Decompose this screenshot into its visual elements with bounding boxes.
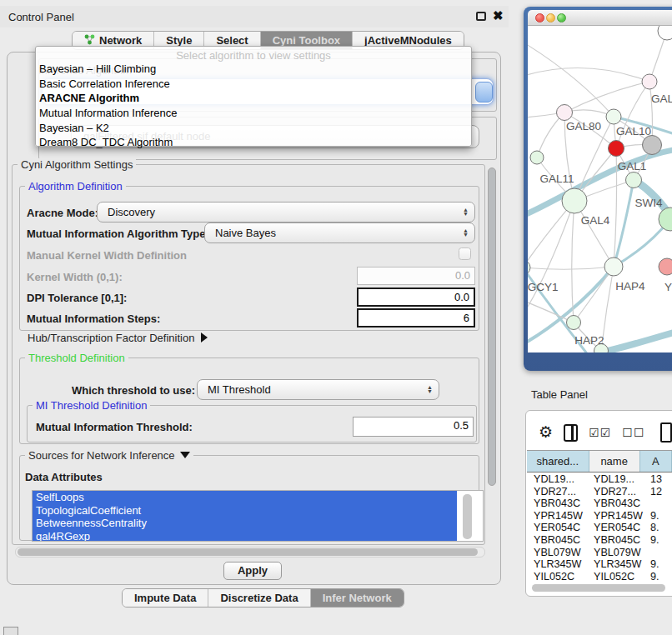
apply-button[interactable]: Apply [223, 562, 282, 580]
bottom-tab-impute-data[interactable]: Impute Data [123, 589, 208, 607]
column-layout-icon[interactable] [564, 424, 578, 442]
network-canvas[interactable]: GALGAL80GAL10GAL1GAL11SWI4GAL4GCY1HAP4YH… [528, 26, 672, 352]
network-node[interactable] [643, 136, 662, 155]
table-row[interactable]: YER054CYER054C8. [527, 522, 672, 534]
table-row[interactable]: YDL19...YDL19...13 [527, 473, 672, 486]
network-node[interactable] [659, 258, 672, 275]
table-column-header[interactable]: name [589, 451, 640, 472]
table-row[interactable]: YBR043CYBR043C [527, 498, 672, 510]
network-node[interactable] [626, 172, 642, 188]
network-edge[interactable] [528, 201, 574, 313]
table-cell: 8. [645, 522, 672, 534]
table-row[interactable]: YBR045CYBR045C9. [527, 534, 672, 547]
file-icon[interactable] [660, 422, 672, 442]
network-edge[interactable] [601, 331, 672, 352]
data-attributes-list[interactable]: SelfLoopsTopologicalCoefficientBetweenne… [32, 490, 484, 542]
network-window-titlebar[interactable] [528, 10, 672, 26]
bottom-tab-infer-network[interactable]: Infer Network [311, 589, 404, 607]
table-hscrollbar-thumb[interactable] [532, 584, 665, 592]
settings-hscrollbar-track[interactable] [15, 547, 485, 558]
network-node-label: GAL4 [581, 214, 610, 227]
attribute-list-item[interactable]: gal4RGexp [33, 530, 457, 542]
algorithm-definition-title: Algorithm Definition [25, 180, 126, 192]
dropdown-option[interactable]: Dream8 DC_TDC Algorithm [36, 135, 471, 150]
table-row[interactable]: YDR27...YDR27...12 [527, 486, 672, 498]
network-node[interactable] [604, 258, 623, 276]
network-edge[interactable] [528, 42, 614, 117]
combo-spinner-icon: ▲▼ [463, 208, 469, 216]
network-edge[interactable] [528, 267, 614, 269]
network-edge[interactable] [528, 68, 649, 82]
control-panel-titlebar: Control Panel ✖ [0, 6, 509, 28]
network-node[interactable] [562, 188, 587, 213]
mi-threshold-label: Mutual Information Threshold: [36, 421, 193, 433]
table-row[interactable]: YLR345WYLR345W9. [527, 558, 672, 571]
dropdown-option[interactable]: Mutual Information Inference [36, 106, 471, 121]
combo-spinner-icon[interactable] [475, 82, 493, 102]
float-window-icon[interactable] [476, 12, 486, 21]
settings-hscrollbar-thumb[interactable] [18, 548, 478, 556]
table-row[interactable]: YPR145WYPR145W9. [527, 510, 672, 522]
network-node-label: GAL11 [539, 172, 574, 185]
table-cell: YBR045C [527, 534, 592, 547]
table-column-header[interactable]: shared... [527, 451, 589, 472]
mi-type-value: Naive Bayes [205, 227, 463, 239]
table-cell: YPR145W [527, 510, 592, 522]
attribute-list-item[interactable]: TopologicalCoefficient [33, 504, 457, 518]
network-node[interactable] [642, 74, 657, 89]
settings-group-title: Cyni Algorithm Settings [18, 158, 136, 171]
table-column-header[interactable]: A [640, 451, 672, 472]
dropdown-option[interactable]: Bayesian – K2 [36, 120, 471, 135]
which-threshold-label: Which threshold to use: [72, 384, 195, 397]
attribute-list-item[interactable]: SelfLoops [33, 491, 457, 504]
select-all-icon[interactable]: ☑☑ [589, 426, 611, 439]
network-node[interactable] [659, 208, 672, 231]
minimize-traffic-light-icon[interactable] [546, 13, 555, 22]
hub-definition-toggle[interactable]: Hub/Transcription Factor Definition [28, 332, 208, 344]
table-cell: YER054C [527, 522, 592, 534]
close-traffic-light-icon[interactable] [535, 13, 544, 22]
mi-threshold-field[interactable]: 0.5 [353, 417, 474, 437]
close-icon[interactable]: ✖ [493, 8, 504, 23]
aracne-mode-combo[interactable]: Discovery ▲▼ [97, 202, 475, 222]
table-row[interactable]: YBL079WYBL079W [527, 547, 672, 559]
dropdown-option[interactable]: Bayesian – Hill Climbing [36, 62, 471, 77]
mi-steps-field[interactable]: 6 [357, 308, 475, 328]
table-hscrollbar-track[interactable] [529, 583, 672, 593]
table-cell: YBR043C [592, 498, 645, 510]
sources-group-title: Sources for Network Inference [25, 449, 193, 462]
network-node-label: GAL10 [616, 125, 651, 138]
network-node[interactable] [606, 109, 621, 124]
network-node[interactable] [530, 151, 544, 164]
which-threshold-combo[interactable]: MI Threshold ▲▼ [197, 379, 439, 400]
deselect-all-icon[interactable]: ☐☐ [622, 426, 644, 439]
settings-gear-icon[interactable]: ⚙ [539, 425, 553, 440]
list-scrollbar-thumb[interactable] [463, 494, 472, 539]
network-node[interactable] [557, 105, 573, 121]
settings-scrollbar-thumb[interactable] [488, 168, 496, 486]
network-edge[interactable] [614, 148, 617, 267]
dropdown-option[interactable]: ARACNE Algorithm [36, 91, 471, 106]
dpi-tolerance-field[interactable]: 0.0 [357, 288, 475, 307]
tab-label: Network [99, 34, 142, 47]
table-row[interactable]: YIL052CYIL052C9. [527, 571, 672, 582]
zoom-traffic-light-icon[interactable] [557, 13, 566, 22]
network-edge[interactable] [564, 82, 649, 112]
table-cell: 9. [645, 534, 672, 547]
network-node[interactable] [528, 260, 530, 275]
network-edge[interactable] [574, 267, 614, 322]
panel-dock-icon[interactable] [3, 627, 18, 635]
kernel-width-field[interactable]: 0.0 [357, 267, 475, 285]
manual-kernel-checkbox[interactable] [459, 248, 471, 260]
network-node[interactable] [567, 316, 581, 330]
table-cell: 13 [645, 473, 672, 486]
network-node[interactable] [658, 26, 672, 40]
attribute-list-item[interactable]: BetweennessCentrality [33, 517, 457, 530]
network-node[interactable] [609, 141, 624, 157]
table-cell: YLR345W [527, 558, 592, 571]
mi-algorithm-type-combo[interactable]: Naive Bayes ▲▼ [204, 222, 475, 243]
dpi-tolerance-label: DPI Tolerance [0,1]: [27, 292, 127, 304]
network-edge[interactable] [572, 201, 574, 322]
dropdown-option[interactable]: Basic Correlation Inference [36, 77, 471, 92]
bottom-tab-discretize-data[interactable]: Discretize Data [208, 589, 310, 607]
